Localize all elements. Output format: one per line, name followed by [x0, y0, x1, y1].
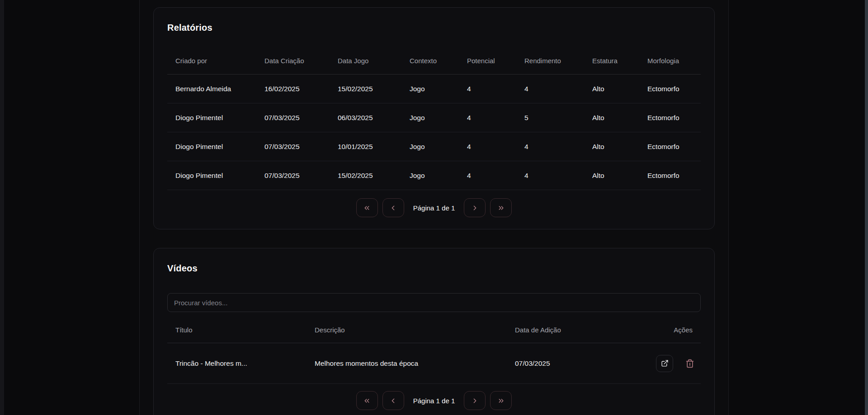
first-page-button[interactable] [356, 391, 378, 410]
last-page-button[interactable] [490, 198, 512, 217]
cell-data-adicao: 07/03/2025 [507, 359, 635, 368]
cell-criado-por: Bernardo Almeida [167, 85, 256, 93]
vertical-scrollbar[interactable] [865, 0, 868, 415]
cell-contexto: Jogo [401, 85, 459, 93]
cell-potencial: 4 [459, 143, 516, 151]
cell-data-jogo: 15/02/2025 [330, 85, 401, 93]
cell-morfologia: Ectomorfo [639, 85, 701, 93]
trash-icon [685, 359, 694, 368]
cell-data-jogo: 10/01/2025 [330, 143, 401, 151]
column-header-descricao: Descrição [307, 326, 507, 334]
chevron-right-icon [471, 204, 479, 212]
cell-data-jogo: 06/03/2025 [330, 114, 401, 122]
video-actions [635, 355, 701, 372]
delete-video-button[interactable] [685, 359, 694, 368]
chevron-right-icon [471, 397, 479, 405]
first-page-button[interactable] [356, 198, 378, 217]
open-video-button[interactable] [656, 355, 673, 372]
table-row: Bernardo Almeida 16/02/2025 15/02/2025 J… [167, 75, 701, 103]
page-indicator: Página 1 de 1 [413, 397, 455, 405]
videos-table-header: Título Descrição Data de Adição Ações [167, 322, 701, 343]
cell-estatura: Alto [584, 172, 639, 180]
column-header-data-criacao: Data Criação [256, 57, 330, 65]
chevron-left-icon [389, 204, 397, 212]
main-content-panel: Relatórios Criado por Data Criação Data … [139, 0, 729, 415]
column-header-morfologia: Morfologia [639, 57, 701, 65]
cell-estatura: Alto [584, 85, 639, 93]
table-row: Diogo Pimentel 07/03/2025 10/01/2025 Jog… [167, 132, 701, 161]
search-videos-input[interactable] [167, 293, 701, 312]
next-page-button[interactable] [464, 391, 486, 410]
cell-descricao: Melhores momentos desta época [307, 359, 507, 368]
cell-criado-por: Diogo Pimentel [167, 143, 256, 151]
column-header-data-jogo: Data Jogo [330, 57, 401, 65]
cell-rendimento: 5 [516, 114, 584, 122]
chevrons-right-icon [497, 397, 505, 405]
prev-page-button[interactable] [382, 198, 404, 217]
cell-contexto: Jogo [401, 172, 459, 180]
cell-criado-por: Diogo Pimentel [167, 172, 256, 180]
cell-rendimento: 4 [516, 143, 584, 151]
table-row: Diogo Pimentel 07/03/2025 06/03/2025 Jog… [167, 103, 701, 132]
cell-potencial: 4 [459, 85, 516, 93]
table-row: Diogo Pimentel 07/03/2025 15/02/2025 Jog… [167, 161, 701, 190]
page-indicator: Página 1 de 1 [413, 204, 455, 212]
cell-rendimento: 4 [516, 85, 584, 93]
column-header-rendimento: Rendimento [516, 57, 584, 65]
chevron-left-icon [389, 397, 397, 405]
last-page-button[interactable] [490, 391, 512, 410]
videos-card: Vídeos Título Descrição Data de Adição A… [153, 248, 715, 415]
cell-criado-por: Diogo Pimentel [167, 114, 256, 122]
reports-title: Relatórios [167, 22, 701, 33]
cell-data-jogo: 15/02/2025 [330, 172, 401, 180]
cell-estatura: Alto [584, 114, 639, 122]
videos-title: Vídeos [167, 263, 701, 274]
column-header-criado-por: Criado por [167, 57, 256, 65]
column-header-contexto: Contexto [401, 57, 459, 65]
cell-contexto: Jogo [401, 143, 459, 151]
cell-estatura: Alto [584, 143, 639, 151]
videos-pagination: Página 1 de 1 [167, 391, 701, 410]
reports-table-header: Criado por Data Criação Data Jogo Contex… [167, 57, 701, 75]
cell-morfologia: Ectomorfo [639, 172, 701, 180]
column-header-estatura: Estatura [584, 57, 639, 65]
chevrons-right-icon [497, 204, 505, 212]
reports-card: Relatórios Criado por Data Criação Data … [153, 7, 715, 229]
next-page-button[interactable] [464, 198, 486, 217]
cell-potencial: 4 [459, 114, 516, 122]
prev-page-button[interactable] [382, 391, 404, 410]
table-row: Trincão - Melhores m... Melhores momento… [167, 343, 701, 384]
external-link-icon [661, 359, 669, 367]
column-header-potencial: Potencial [459, 57, 516, 65]
cell-titulo: Trincão - Melhores m... [167, 359, 307, 368]
cell-data-criacao: 16/02/2025 [256, 85, 330, 93]
cell-data-criacao: 07/03/2025 [256, 172, 330, 180]
cell-morfologia: Ectomorfo [639, 114, 701, 122]
cell-potencial: 4 [459, 172, 516, 180]
cell-contexto: Jogo [401, 114, 459, 122]
cell-data-criacao: 07/03/2025 [256, 143, 330, 151]
chevrons-left-icon [363, 397, 371, 405]
chevrons-left-icon [363, 204, 371, 212]
left-edge-strip [0, 0, 4, 415]
column-header-titulo: Título [167, 326, 307, 334]
cell-morfologia: Ectomorfo [639, 143, 701, 151]
cell-data-criacao: 07/03/2025 [256, 114, 330, 122]
column-header-data-adicao: Data de Adição [507, 326, 635, 334]
reports-pagination: Página 1 de 1 [167, 198, 701, 217]
cell-rendimento: 4 [516, 172, 584, 180]
column-header-acoes: Ações [635, 326, 701, 334]
